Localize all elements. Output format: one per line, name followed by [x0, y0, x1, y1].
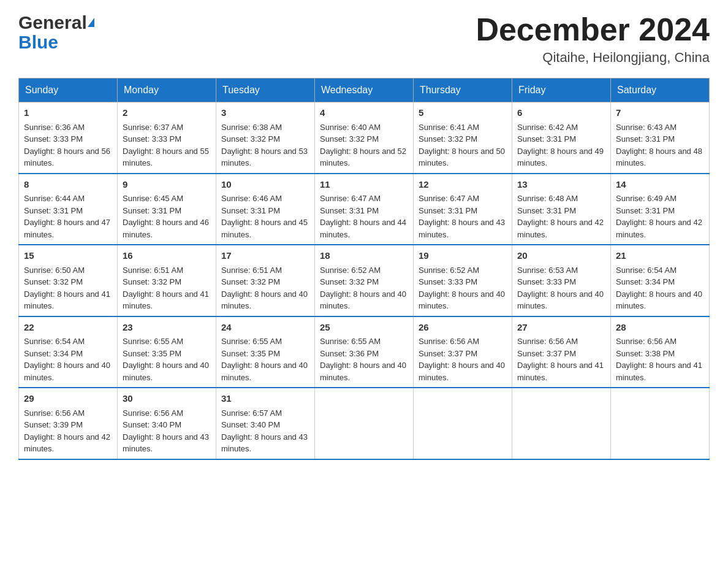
- day-number: 22: [24, 321, 112, 335]
- day-info: Sunrise: 6:57 AMSunset: 3:40 PMDaylight:…: [221, 407, 309, 455]
- day-number: 27: [517, 321, 605, 335]
- calendar-week-row: 15Sunrise: 6:50 AMSunset: 3:32 PMDayligh…: [19, 245, 710, 316]
- day-info: Sunrise: 6:56 AMSunset: 3:40 PMDaylight:…: [123, 407, 211, 455]
- day-info: Sunrise: 6:51 AMSunset: 3:32 PMDaylight:…: [123, 264, 211, 312]
- calendar-table: SundayMondayTuesdayWednesdayThursdayFrid…: [18, 78, 710, 460]
- day-number: 3: [221, 106, 309, 120]
- day-info: Sunrise: 6:55 AMSunset: 3:35 PMDaylight:…: [221, 335, 309, 383]
- calendar-cell: 15Sunrise: 6:50 AMSunset: 3:32 PMDayligh…: [19, 245, 118, 316]
- calendar-cell: 22Sunrise: 6:54 AMSunset: 3:34 PMDayligh…: [19, 316, 118, 388]
- day-info: Sunrise: 6:47 AMSunset: 3:31 PMDaylight:…: [320, 193, 408, 240]
- month-title: December 2024: [476, 12, 710, 47]
- calendar-week-row: 8Sunrise: 6:44 AMSunset: 3:31 PMDaylight…: [19, 174, 710, 245]
- day-number: 21: [616, 249, 704, 263]
- location-title: Qitaihe, Heilongjiang, China: [476, 50, 710, 66]
- calendar-cell: 26Sunrise: 6:56 AMSunset: 3:37 PMDayligh…: [414, 316, 512, 388]
- day-number: 7: [616, 106, 704, 120]
- day-info: Sunrise: 6:55 AMSunset: 3:35 PMDaylight:…: [123, 335, 211, 383]
- day-header-friday: Friday: [512, 79, 611, 102]
- calendar-cell: [315, 388, 414, 459]
- day-info: Sunrise: 6:44 AMSunset: 3:31 PMDaylight:…: [24, 193, 112, 240]
- day-number: 9: [123, 178, 211, 192]
- day-number: 29: [24, 392, 112, 406]
- calendar-cell: 29Sunrise: 6:56 AMSunset: 3:39 PMDayligh…: [19, 388, 118, 459]
- calendar-header: SundayMondayTuesdayWednesdayThursdayFrid…: [19, 79, 710, 102]
- calendar-cell: [611, 388, 710, 459]
- day-number: 1: [24, 106, 112, 120]
- calendar-cell: 31Sunrise: 6:57 AMSunset: 3:40 PMDayligh…: [216, 388, 315, 459]
- day-info: Sunrise: 6:46 AMSunset: 3:31 PMDaylight:…: [221, 193, 309, 240]
- day-info: Sunrise: 6:40 AMSunset: 3:32 PMDaylight:…: [320, 121, 408, 169]
- calendar-cell: 10Sunrise: 6:46 AMSunset: 3:31 PMDayligh…: [216, 174, 315, 245]
- calendar-week-row: 1Sunrise: 6:36 AMSunset: 3:33 PMDaylight…: [19, 102, 710, 174]
- day-header-sunday: Sunday: [19, 79, 118, 102]
- calendar-cell: 12Sunrise: 6:47 AMSunset: 3:31 PMDayligh…: [414, 174, 512, 245]
- day-headers-row: SundayMondayTuesdayWednesdayThursdayFrid…: [19, 79, 710, 102]
- day-number: 2: [123, 106, 211, 120]
- day-info: Sunrise: 6:53 AMSunset: 3:33 PMDaylight:…: [517, 264, 605, 312]
- calendar-cell: 9Sunrise: 6:45 AMSunset: 3:31 PMDaylight…: [118, 174, 216, 245]
- day-info: Sunrise: 6:45 AMSunset: 3:31 PMDaylight:…: [123, 193, 211, 240]
- day-number: 12: [419, 178, 507, 192]
- calendar-cell: 8Sunrise: 6:44 AMSunset: 3:31 PMDaylight…: [19, 174, 118, 245]
- calendar-cell: 24Sunrise: 6:55 AMSunset: 3:35 PMDayligh…: [216, 316, 315, 388]
- calendar-week-row: 29Sunrise: 6:56 AMSunset: 3:39 PMDayligh…: [19, 388, 710, 459]
- day-number: 28: [616, 321, 704, 335]
- day-info: Sunrise: 6:43 AMSunset: 3:31 PMDaylight:…: [616, 121, 704, 169]
- logo-general-label: General: [18, 12, 87, 33]
- day-number: 20: [517, 249, 605, 263]
- day-number: 15: [24, 249, 112, 263]
- calendar-cell: 16Sunrise: 6:51 AMSunset: 3:32 PMDayligh…: [118, 245, 216, 316]
- calendar-cell: 28Sunrise: 6:56 AMSunset: 3:38 PMDayligh…: [611, 316, 710, 388]
- calendar-cell: 20Sunrise: 6:53 AMSunset: 3:33 PMDayligh…: [512, 245, 611, 316]
- day-number: 18: [320, 249, 408, 263]
- logo-blue-text: Blue: [18, 32, 58, 53]
- day-header-wednesday: Wednesday: [315, 79, 414, 102]
- day-info: Sunrise: 6:56 AMSunset: 3:37 PMDaylight:…: [517, 335, 605, 383]
- day-info: Sunrise: 6:42 AMSunset: 3:31 PMDaylight:…: [517, 121, 605, 169]
- day-info: Sunrise: 6:56 AMSunset: 3:39 PMDaylight:…: [24, 407, 112, 455]
- calendar-cell: 19Sunrise: 6:52 AMSunset: 3:33 PMDayligh…: [414, 245, 512, 316]
- calendar-cell: [512, 388, 611, 459]
- day-info: Sunrise: 6:55 AMSunset: 3:36 PMDaylight:…: [320, 335, 408, 383]
- day-info: Sunrise: 6:47 AMSunset: 3:31 PMDaylight:…: [419, 193, 507, 240]
- title-section: December 2024 Qitaihe, Heilongjiang, Chi…: [476, 12, 710, 66]
- day-number: 8: [24, 178, 112, 192]
- calendar-cell: 3Sunrise: 6:38 AMSunset: 3:32 PMDaylight…: [216, 102, 315, 174]
- day-info: Sunrise: 6:54 AMSunset: 3:34 PMDaylight:…: [24, 335, 112, 383]
- day-info: Sunrise: 6:51 AMSunset: 3:32 PMDaylight:…: [221, 264, 309, 312]
- calendar-cell: 1Sunrise: 6:36 AMSunset: 3:33 PMDaylight…: [19, 102, 118, 174]
- day-info: Sunrise: 6:38 AMSunset: 3:32 PMDaylight:…: [221, 121, 309, 169]
- day-info: Sunrise: 6:56 AMSunset: 3:37 PMDaylight:…: [419, 335, 507, 383]
- day-number: 30: [123, 392, 211, 406]
- calendar-cell: 14Sunrise: 6:49 AMSunset: 3:31 PMDayligh…: [611, 174, 710, 245]
- calendar-cell: 25Sunrise: 6:55 AMSunset: 3:36 PMDayligh…: [315, 316, 414, 388]
- day-number: 24: [221, 321, 309, 335]
- day-info: Sunrise: 6:52 AMSunset: 3:32 PMDaylight:…: [320, 264, 408, 312]
- calendar-cell: 23Sunrise: 6:55 AMSunset: 3:35 PMDayligh…: [118, 316, 216, 388]
- calendar-cell: 2Sunrise: 6:37 AMSunset: 3:33 PMDaylight…: [118, 102, 216, 174]
- calendar-body: 1Sunrise: 6:36 AMSunset: 3:33 PMDaylight…: [19, 102, 710, 459]
- calendar-cell: 18Sunrise: 6:52 AMSunset: 3:32 PMDayligh…: [315, 245, 414, 316]
- day-info: Sunrise: 6:48 AMSunset: 3:31 PMDaylight:…: [517, 193, 605, 240]
- calendar-week-row: 22Sunrise: 6:54 AMSunset: 3:34 PMDayligh…: [19, 316, 710, 388]
- day-number: 23: [123, 321, 211, 335]
- day-info: Sunrise: 6:37 AMSunset: 3:33 PMDaylight:…: [123, 121, 211, 169]
- day-header-tuesday: Tuesday: [216, 79, 315, 102]
- calendar-cell: 6Sunrise: 6:42 AMSunset: 3:31 PMDaylight…: [512, 102, 611, 174]
- day-info: Sunrise: 6:41 AMSunset: 3:32 PMDaylight:…: [419, 121, 507, 169]
- calendar-cell: 27Sunrise: 6:56 AMSunset: 3:37 PMDayligh…: [512, 316, 611, 388]
- day-info: Sunrise: 6:54 AMSunset: 3:34 PMDaylight:…: [616, 264, 704, 312]
- calendar-cell: 5Sunrise: 6:41 AMSunset: 3:32 PMDaylight…: [414, 102, 512, 174]
- day-info: Sunrise: 6:36 AMSunset: 3:33 PMDaylight:…: [24, 121, 112, 169]
- day-header-thursday: Thursday: [414, 79, 512, 102]
- logo-general-text: General: [18, 12, 94, 33]
- day-number: 5: [419, 106, 507, 120]
- day-number: 11: [320, 178, 408, 192]
- day-number: 13: [517, 178, 605, 192]
- day-info: Sunrise: 6:50 AMSunset: 3:32 PMDaylight:…: [24, 264, 112, 312]
- logo: General Blue: [18, 12, 94, 53]
- calendar-cell: 30Sunrise: 6:56 AMSunset: 3:40 PMDayligh…: [118, 388, 216, 459]
- day-info: Sunrise: 6:49 AMSunset: 3:31 PMDaylight:…: [616, 193, 704, 240]
- day-info: Sunrise: 6:52 AMSunset: 3:33 PMDaylight:…: [419, 264, 507, 312]
